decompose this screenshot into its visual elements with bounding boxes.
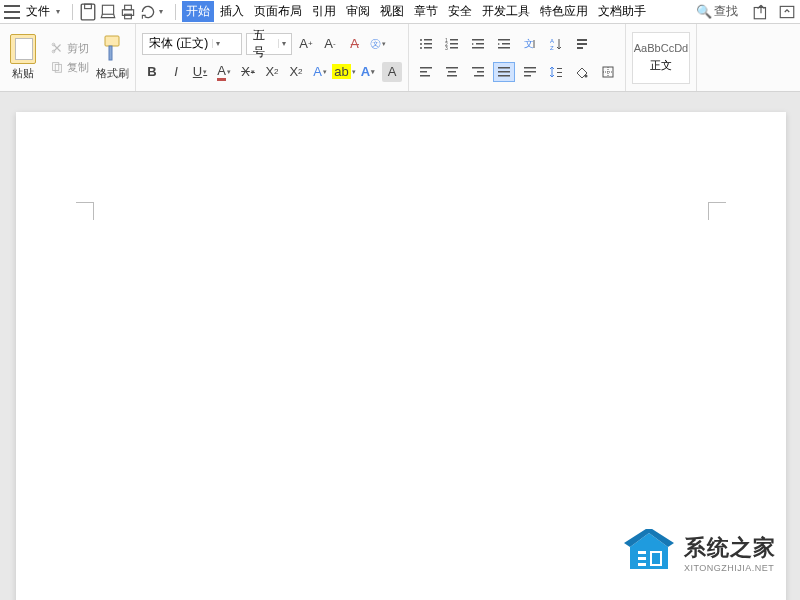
svg-rect-61 — [638, 557, 646, 560]
style-normal[interactable]: AaBbCcDd 正文 — [632, 32, 690, 84]
tab-sections[interactable]: 章节 — [410, 1, 442, 22]
text-effect-button[interactable]: A — [358, 62, 378, 82]
tab-developer[interactable]: 开发工具 — [478, 1, 534, 22]
svg-rect-53 — [557, 68, 562, 69]
watermark-subtitle: XITONGZHIJIA.NET — [684, 563, 776, 573]
justify-button[interactable] — [493, 62, 515, 82]
qat-dropdown[interactable]: ▾ — [159, 7, 163, 16]
highlight-button[interactable]: ab — [334, 62, 354, 82]
clear-formatting-button[interactable]: A̶ — [344, 34, 364, 54]
text-direction-button[interactable]: 文 — [519, 34, 541, 54]
svg-point-16 — [420, 43, 422, 45]
format-painter-button[interactable]: 格式刷 — [95, 34, 129, 81]
svg-rect-42 — [448, 71, 456, 73]
line-spacing-button[interactable] — [545, 62, 567, 82]
distribute-button[interactable] — [519, 62, 541, 82]
tab-references[interactable]: 引用 — [308, 1, 340, 22]
svg-rect-36 — [577, 43, 587, 45]
align-right-button[interactable] — [467, 62, 489, 82]
increase-indent-button[interactable] — [493, 34, 515, 54]
search-icon: 🔍 — [696, 4, 712, 19]
page[interactable] — [16, 112, 786, 600]
subscript-button[interactable]: X2 — [286, 62, 306, 82]
clipboard-group: 粘贴 剪切 复制 格式刷 — [0, 24, 136, 91]
file-menu[interactable]: 文件 — [26, 3, 50, 20]
tab-security[interactable]: 安全 — [444, 1, 476, 22]
copy-icon — [50, 60, 64, 74]
tab-special[interactable]: 特色应用 — [536, 1, 592, 22]
search-button[interactable]: 🔍 查找 — [696, 3, 738, 20]
file-dropdown-caret[interactable]: ▾ — [56, 7, 60, 16]
copy-button[interactable]: 复制 — [50, 60, 89, 75]
decrease-indent-button[interactable] — [467, 34, 489, 54]
tab-doc-assistant[interactable]: 文档助手 — [594, 1, 650, 22]
svg-rect-21 — [450, 39, 458, 41]
watermark: 系统之家 XITONGZHIJIA.NET — [624, 529, 776, 576]
paragraph-marks-button[interactable] — [571, 34, 593, 54]
font-group: 宋体 (正文)▾ 五号▾ A+ A- A̶ ㉆ B I U A X X2 X2 … — [136, 24, 409, 91]
svg-rect-1 — [85, 4, 92, 9]
font-size-value: 五号 — [253, 27, 274, 61]
tab-insert[interactable]: 插入 — [216, 1, 248, 22]
svg-rect-27 — [476, 43, 484, 45]
svg-rect-47 — [498, 67, 510, 69]
borders-button[interactable] — [597, 62, 619, 82]
share-icon[interactable] — [752, 3, 770, 21]
svg-point-14 — [420, 39, 422, 41]
scissors-icon — [50, 41, 64, 55]
tab-review[interactable]: 审阅 — [342, 1, 374, 22]
svg-rect-46 — [474, 75, 484, 77]
change-case-button[interactable]: A — [310, 62, 330, 82]
svg-rect-30 — [502, 43, 510, 45]
svg-rect-0 — [81, 4, 95, 20]
font-size-select[interactable]: 五号▾ — [246, 33, 292, 55]
svg-rect-41 — [446, 67, 458, 69]
bold-button[interactable]: B — [142, 62, 162, 82]
svg-rect-25 — [450, 47, 458, 49]
print-preview-icon[interactable] — [99, 3, 117, 21]
svg-rect-51 — [524, 71, 536, 73]
svg-rect-60 — [638, 551, 646, 554]
svg-rect-4 — [125, 5, 132, 10]
phonetic-guide-button[interactable]: ㉆ — [368, 34, 388, 54]
font-color-button[interactable]: A — [214, 62, 234, 82]
svg-point-56 — [585, 74, 588, 77]
svg-text:3: 3 — [445, 45, 448, 51]
svg-text:A: A — [550, 38, 554, 44]
collapse-ribbon-icon[interactable] — [778, 3, 796, 21]
sort-button[interactable]: AZ — [545, 34, 567, 54]
save-icon[interactable] — [79, 3, 97, 21]
underline-button[interactable]: U — [190, 62, 210, 82]
tab-page-layout[interactable]: 页面布局 — [250, 1, 306, 22]
svg-rect-43 — [447, 75, 457, 77]
svg-rect-50 — [524, 67, 536, 69]
font-family-select[interactable]: 宋体 (正文)▾ — [142, 33, 242, 55]
shrink-font-button[interactable]: A- — [320, 34, 340, 54]
watermark-title: 系统之家 — [684, 533, 776, 563]
superscript-button[interactable]: X2 — [262, 62, 282, 82]
svg-rect-17 — [424, 43, 432, 45]
shading-button[interactable] — [571, 62, 593, 82]
svg-rect-26 — [472, 39, 484, 41]
numbering-button[interactable]: 123 — [441, 34, 463, 54]
print-icon[interactable] — [119, 3, 137, 21]
svg-rect-54 — [557, 72, 562, 73]
svg-rect-6 — [754, 7, 765, 18]
tab-home[interactable]: 开始 — [182, 1, 214, 22]
strikethrough-button[interactable]: X — [238, 62, 258, 82]
align-left-button[interactable] — [415, 62, 437, 82]
cut-button[interactable]: 剪切 — [50, 41, 89, 56]
italic-button[interactable]: I — [166, 62, 186, 82]
format-painter-icon — [100, 34, 124, 64]
svg-rect-15 — [424, 39, 432, 41]
paragraph-group: 123 文 AZ — [409, 24, 626, 91]
grow-font-button[interactable]: A+ — [296, 34, 316, 54]
align-center-button[interactable] — [441, 62, 463, 82]
bullets-button[interactable] — [415, 34, 437, 54]
paste-button[interactable]: 粘贴 — [6, 34, 40, 81]
cut-label: 剪切 — [67, 41, 89, 56]
refresh-icon[interactable] — [139, 3, 157, 21]
main-menu-icon[interactable] — [4, 5, 20, 19]
character-shading-button[interactable]: A — [382, 62, 402, 82]
tab-view[interactable]: 视图 — [376, 1, 408, 22]
